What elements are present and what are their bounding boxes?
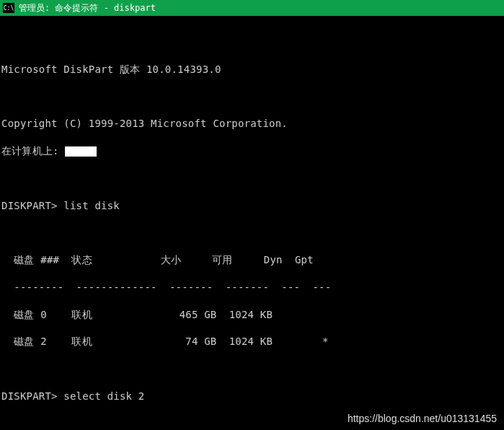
redacted-hostname xyxy=(65,146,97,157)
blank-line xyxy=(1,226,503,240)
version-line: Microsoft DiskPart 版本 10.0.14393.0 xyxy=(1,63,503,76)
cmd-list-disk: DISKPART> list disk xyxy=(1,199,503,213)
cmd-icon: C:\ xyxy=(3,3,14,13)
on-computer-line: 在计算机上: xyxy=(1,144,503,158)
window-titlebar[interactable]: C:\ 管理员: 命令提示符 - diskpart xyxy=(0,0,504,16)
disk-header: 磁盘 ### 状态 大小 可用 Dyn Gpt xyxy=(1,253,503,267)
cmd-select-disk: DISKPART> select disk 2 xyxy=(1,390,503,403)
window-title: 管理员: 命令提示符 - diskpart xyxy=(19,2,156,14)
disk-underline: -------- ------------- ------- ------- -… xyxy=(1,281,503,294)
terminal-area[interactable]: Microsoft DiskPart 版本 10.0.14393.0 Copyr… xyxy=(0,16,504,430)
blank-line xyxy=(1,35,503,49)
blank-line xyxy=(1,172,503,185)
watermark-url: https://blog.csdn.net/u013131455 xyxy=(348,413,497,424)
table-row: 磁盘 0 联机 465 GB 1024 KB xyxy=(1,308,503,322)
table-row: 磁盘 2 联机 74 GB 1024 KB * xyxy=(1,335,503,348)
blank-line xyxy=(1,89,503,103)
blank-line xyxy=(1,362,503,376)
copyright-line: Copyright (C) 1999-2013 Microsoft Corpor… xyxy=(1,117,503,131)
